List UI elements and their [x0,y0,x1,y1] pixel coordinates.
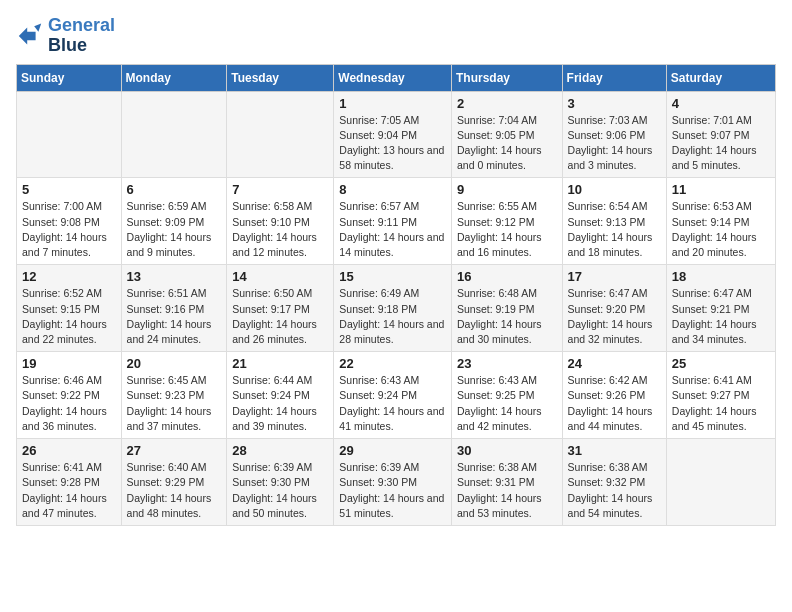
day-number: 31 [568,443,661,458]
day-info: Sunrise: 6:57 AM Sunset: 9:11 PM Dayligh… [339,199,446,260]
day-number: 11 [672,182,770,197]
header-row: SundayMondayTuesdayWednesdayThursdayFrid… [17,64,776,91]
calendar-cell: 30 Sunrise: 6:38 AM Sunset: 9:31 PM Dayl… [451,439,562,526]
day-info: Sunrise: 6:59 AM Sunset: 9:09 PM Dayligh… [127,199,222,260]
calendar-cell: 16 Sunrise: 6:48 AM Sunset: 9:19 PM Dayl… [451,265,562,352]
calendar-cell: 4 Sunrise: 7:01 AM Sunset: 9:07 PM Dayli… [666,91,775,178]
day-info: Sunrise: 6:41 AM Sunset: 9:27 PM Dayligh… [672,373,770,434]
header-cell-tuesday: Tuesday [227,64,334,91]
calendar-cell: 24 Sunrise: 6:42 AM Sunset: 9:26 PM Dayl… [562,352,666,439]
day-info: Sunrise: 6:52 AM Sunset: 9:15 PM Dayligh… [22,286,116,347]
calendar-cell: 31 Sunrise: 6:38 AM Sunset: 9:32 PM Dayl… [562,439,666,526]
week-row-3: 12 Sunrise: 6:52 AM Sunset: 9:15 PM Dayl… [17,265,776,352]
header-cell-wednesday: Wednesday [334,64,452,91]
calendar-cell: 18 Sunrise: 6:47 AM Sunset: 9:21 PM Dayl… [666,265,775,352]
day-info: Sunrise: 6:43 AM Sunset: 9:25 PM Dayligh… [457,373,557,434]
day-number: 5 [22,182,116,197]
day-info: Sunrise: 6:53 AM Sunset: 9:14 PM Dayligh… [672,199,770,260]
calendar-cell: 11 Sunrise: 6:53 AM Sunset: 9:14 PM Dayl… [666,178,775,265]
day-info: Sunrise: 6:49 AM Sunset: 9:18 PM Dayligh… [339,286,446,347]
day-info: Sunrise: 7:03 AM Sunset: 9:06 PM Dayligh… [568,113,661,174]
day-info: Sunrise: 6:47 AM Sunset: 9:21 PM Dayligh… [672,286,770,347]
week-row-5: 26 Sunrise: 6:41 AM Sunset: 9:28 PM Dayl… [17,439,776,526]
day-number: 10 [568,182,661,197]
calendar-cell: 27 Sunrise: 6:40 AM Sunset: 9:29 PM Dayl… [121,439,227,526]
day-info: Sunrise: 6:40 AM Sunset: 9:29 PM Dayligh… [127,460,222,521]
day-number: 14 [232,269,328,284]
logo-icon [16,22,44,50]
calendar-cell: 3 Sunrise: 7:03 AM Sunset: 9:06 PM Dayli… [562,91,666,178]
calendar-cell: 9 Sunrise: 6:55 AM Sunset: 9:12 PM Dayli… [451,178,562,265]
svg-marker-0 [19,27,36,44]
header-cell-sunday: Sunday [17,64,122,91]
calendar-cell: 15 Sunrise: 6:49 AM Sunset: 9:18 PM Dayl… [334,265,452,352]
svg-marker-1 [34,23,41,31]
calendar-cell [227,91,334,178]
calendar-cell [17,91,122,178]
day-number: 8 [339,182,446,197]
day-number: 9 [457,182,557,197]
day-info: Sunrise: 6:58 AM Sunset: 9:10 PM Dayligh… [232,199,328,260]
day-number: 15 [339,269,446,284]
calendar-cell: 23 Sunrise: 6:43 AM Sunset: 9:25 PM Dayl… [451,352,562,439]
calendar-cell: 5 Sunrise: 7:00 AM Sunset: 9:08 PM Dayli… [17,178,122,265]
day-number: 4 [672,96,770,111]
day-number: 27 [127,443,222,458]
calendar-cell: 25 Sunrise: 6:41 AM Sunset: 9:27 PM Dayl… [666,352,775,439]
day-info: Sunrise: 6:42 AM Sunset: 9:26 PM Dayligh… [568,373,661,434]
day-info: Sunrise: 7:04 AM Sunset: 9:05 PM Dayligh… [457,113,557,174]
calendar-cell: 22 Sunrise: 6:43 AM Sunset: 9:24 PM Dayl… [334,352,452,439]
day-info: Sunrise: 6:50 AM Sunset: 9:17 PM Dayligh… [232,286,328,347]
day-info: Sunrise: 6:43 AM Sunset: 9:24 PM Dayligh… [339,373,446,434]
logo: GeneralBlue [16,16,115,56]
day-info: Sunrise: 6:47 AM Sunset: 9:20 PM Dayligh… [568,286,661,347]
day-number: 19 [22,356,116,371]
week-row-1: 1 Sunrise: 7:05 AM Sunset: 9:04 PM Dayli… [17,91,776,178]
day-info: Sunrise: 7:01 AM Sunset: 9:07 PM Dayligh… [672,113,770,174]
calendar-cell: 26 Sunrise: 6:41 AM Sunset: 9:28 PM Dayl… [17,439,122,526]
day-number: 12 [22,269,116,284]
day-number: 13 [127,269,222,284]
calendar-cell: 2 Sunrise: 7:04 AM Sunset: 9:05 PM Dayli… [451,91,562,178]
day-info: Sunrise: 6:39 AM Sunset: 9:30 PM Dayligh… [232,460,328,521]
calendar-cell: 28 Sunrise: 6:39 AM Sunset: 9:30 PM Dayl… [227,439,334,526]
calendar-cell: 6 Sunrise: 6:59 AM Sunset: 9:09 PM Dayli… [121,178,227,265]
day-number: 20 [127,356,222,371]
day-number: 25 [672,356,770,371]
day-info: Sunrise: 7:05 AM Sunset: 9:04 PM Dayligh… [339,113,446,174]
day-number: 3 [568,96,661,111]
header: GeneralBlue [16,16,776,56]
day-info: Sunrise: 6:48 AM Sunset: 9:19 PM Dayligh… [457,286,557,347]
day-info: Sunrise: 6:38 AM Sunset: 9:32 PM Dayligh… [568,460,661,521]
header-cell-saturday: Saturday [666,64,775,91]
day-info: Sunrise: 6:44 AM Sunset: 9:24 PM Dayligh… [232,373,328,434]
header-cell-monday: Monday [121,64,227,91]
calendar-cell: 20 Sunrise: 6:45 AM Sunset: 9:23 PM Dayl… [121,352,227,439]
day-number: 28 [232,443,328,458]
day-info: Sunrise: 6:39 AM Sunset: 9:30 PM Dayligh… [339,460,446,521]
calendar-cell: 21 Sunrise: 6:44 AM Sunset: 9:24 PM Dayl… [227,352,334,439]
day-number: 2 [457,96,557,111]
calendar-cell: 8 Sunrise: 6:57 AM Sunset: 9:11 PM Dayli… [334,178,452,265]
day-number: 29 [339,443,446,458]
week-row-4: 19 Sunrise: 6:46 AM Sunset: 9:22 PM Dayl… [17,352,776,439]
day-number: 30 [457,443,557,458]
day-info: Sunrise: 7:00 AM Sunset: 9:08 PM Dayligh… [22,199,116,260]
calendar-cell: 13 Sunrise: 6:51 AM Sunset: 9:16 PM Dayl… [121,265,227,352]
calendar-cell: 29 Sunrise: 6:39 AM Sunset: 9:30 PM Dayl… [334,439,452,526]
day-number: 26 [22,443,116,458]
header-cell-thursday: Thursday [451,64,562,91]
day-info: Sunrise: 6:38 AM Sunset: 9:31 PM Dayligh… [457,460,557,521]
calendar-cell: 19 Sunrise: 6:46 AM Sunset: 9:22 PM Dayl… [17,352,122,439]
calendar-cell: 17 Sunrise: 6:47 AM Sunset: 9:20 PM Dayl… [562,265,666,352]
day-number: 24 [568,356,661,371]
day-number: 1 [339,96,446,111]
day-info: Sunrise: 6:55 AM Sunset: 9:12 PM Dayligh… [457,199,557,260]
day-number: 16 [457,269,557,284]
calendar-cell: 12 Sunrise: 6:52 AM Sunset: 9:15 PM Dayl… [17,265,122,352]
calendar-cell [121,91,227,178]
header-cell-friday: Friday [562,64,666,91]
day-info: Sunrise: 6:54 AM Sunset: 9:13 PM Dayligh… [568,199,661,260]
day-info: Sunrise: 6:45 AM Sunset: 9:23 PM Dayligh… [127,373,222,434]
logo-text: GeneralBlue [48,16,115,56]
